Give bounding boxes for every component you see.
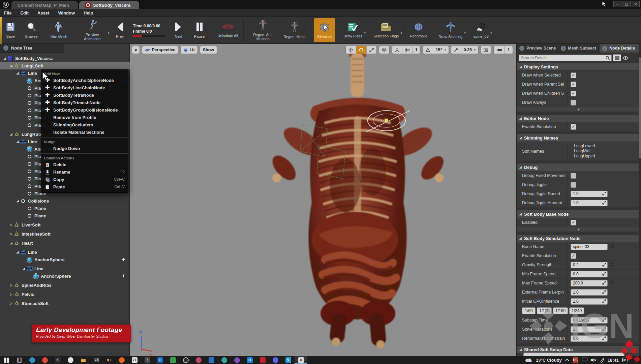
taskbar-app-chrome[interactable] — [38, 356, 51, 364]
spin-box[interactable]: 200.0 — [571, 280, 608, 286]
context-menu-item-delete[interactable]: Delete — [41, 161, 128, 168]
menu-edit[interactable]: Edit — [20, 10, 29, 16]
drag-handle-icon[interactable] — [602, 263, 606, 267]
expand-arrow-icon[interactable]: ◢ — [16, 71, 20, 75]
taskbar-app-task-view[interactable] — [13, 356, 26, 364]
checkbox[interactable]: ✓ — [571, 253, 576, 259]
section-header[interactable]: ◢Editor Node — [517, 114, 641, 122]
prev-button[interactable]: Prev — [110, 17, 130, 43]
tree-item-liversoft[interactable]: ▷LiverSoft — [0, 221, 130, 229]
volume-muted-icon[interactable] — [591, 358, 597, 362]
section-collapse-icon[interactable]: ◢ — [519, 237, 522, 240]
selection-flags-button[interactable]: Selection Flags▾ — [370, 17, 402, 43]
context-menu-item-isolate-material-sections[interactable]: Isolate Material Sections — [41, 128, 128, 136]
context-menu-item-copy[interactable]: CopyCtrl+C — [41, 176, 128, 183]
rotation-snap-button[interactable] — [423, 46, 433, 54]
drag-handle-icon[interactable] — [602, 201, 606, 205]
unisolate-all-button[interactable]: Unisolate All — [214, 17, 242, 43]
spin-box[interactable]: 0.0 — [571, 335, 608, 342]
expand-arrow-icon[interactable]: ◢ — [3, 57, 7, 60]
tree-item-stomachsoft[interactable]: ▷StomachSoft — [0, 300, 130, 307]
taskbar-app-blue-o[interactable]: O — [243, 356, 256, 364]
checkbox[interactable] — [571, 182, 576, 188]
details-tab-mesh-subsect[interactable]: iMesh Subsect — [558, 44, 600, 53]
minimize-button[interactable]: ─ — [613, 1, 621, 7]
spin-box[interactable]: 1.0 — [571, 191, 608, 197]
surface-snap-button[interactable] — [392, 46, 402, 54]
expand-arrow-icon[interactable]: ▷ — [9, 223, 13, 226]
translate-tool-button[interactable] — [346, 46, 356, 54]
section-collapse-icon[interactable]: ◢ — [519, 65, 522, 68]
maximize-button[interactable]: ▢ — [622, 1, 631, 7]
tree-item-anchorsphere[interactable]: AnchorSphere+ — [0, 272, 130, 280]
spin-box[interactable]: 1.0 — [571, 200, 608, 206]
clock-label[interactable]: 18:41 — [608, 358, 619, 363]
checkbox[interactable] — [571, 100, 576, 105]
details-tab-preview-scene[interactable]: iPreview Scene — [517, 44, 558, 53]
save-button[interactable]: Save — [0, 17, 21, 43]
context-menu-item-rename[interactable]: RenameF2 — [41, 168, 128, 176]
viewport-3d[interactable]: ▾ Perspective Lit Show 1 — [130, 44, 516, 356]
expand-arrow-icon[interactable]: ◢ — [22, 267, 26, 270]
taskbar-app-orb-pink[interactable] — [192, 356, 205, 364]
preview-animation-button[interactable]: Preview Animation▾ — [75, 17, 110, 43]
display-tray-icon[interactable] — [582, 358, 587, 362]
lit-mode-button[interactable]: Lit — [180, 46, 197, 54]
draw-flags-button[interactable]: Draw Flags▾ — [340, 17, 366, 43]
tray-expand-chevron-icon[interactable] — [565, 359, 569, 361]
checkbox[interactable]: ✓ — [571, 91, 576, 96]
spin-box[interactable]: 1 — [571, 326, 608, 333]
tree-item-line[interactable]: ◢LINECHAINLine — [0, 265, 130, 272]
section-header[interactable]: ◢Soft Body Simulation Node — [517, 234, 641, 242]
drag-handle-icon[interactable] — [602, 290, 606, 295]
details-scrollbar[interactable] — [639, 44, 641, 356]
taskbar-app-gauge[interactable] — [64, 356, 77, 364]
show-menu-button[interactable]: Show — [200, 46, 217, 54]
dropdown-caret-icon[interactable]: ▾ — [364, 31, 366, 35]
checkbox[interactable]: ✓ — [571, 220, 576, 225]
tree-item-line[interactable]: ◢LINECHAINLine — [0, 248, 130, 256]
section-expander[interactable]: ▼ — [517, 227, 641, 232]
context-menu-item-softbodygroupcollisionsnode[interactable]: ✚SoftBodyGroupCollisionsNode — [41, 106, 128, 114]
tree-item-softbody-viscera[interactable]: ◢SoftBody_Viscera — [0, 55, 130, 62]
taskbar-app-firefox[interactable] — [115, 356, 128, 364]
scale-tool-button[interactable] — [366, 46, 376, 54]
spin-box[interactable]: 0.2 — [571, 262, 608, 268]
context-menu-item-softbodytetranode[interactable]: ✚SoftBodyTetraNode — [41, 91, 128, 99]
add-node-button[interactable]: + — [122, 256, 125, 263]
preset-button[interactable]: 1/240 — [569, 307, 584, 314]
playstation-tray-icon[interactable]: PS — [573, 357, 578, 363]
taskbar-app-hex-green[interactable] — [166, 356, 179, 364]
preset-button[interactable]: 1/60 — [522, 307, 536, 314]
context-menu-item-remove-from-profile[interactable]: Remove from Profile — [41, 114, 128, 121]
taskbar-app-unreal-editor[interactable]: U — [295, 356, 307, 364]
context-menu-item-softbodyanchorspherenode[interactable]: ✚SoftBodyAnchorSphereNode — [41, 77, 128, 84]
dropdown-caret-icon[interactable]: ▾ — [464, 31, 466, 35]
context-menu-item-softbodylinechainnode[interactable]: ✚SoftBodyLineChainNode — [41, 84, 128, 91]
editor-tab[interactable]: CombatTestMap_P_Main — [11, 1, 78, 9]
tree-item-plane[interactable]: Plane — [0, 212, 130, 219]
section-collapse-icon[interactable]: ◢ — [519, 165, 522, 169]
spin-box[interactable]: 1.0 — [571, 289, 608, 296]
rotation-snap-value[interactable]: 15°▾ — [433, 46, 449, 54]
context-menu-item-nudge-down[interactable]: Nudge Down — [41, 145, 128, 152]
taskbar-app-obs[interactable] — [179, 356, 192, 364]
details-view-options-button[interactable] — [613, 54, 621, 61]
tree-item-collisions[interactable]: ◢Collisions — [0, 197, 130, 205]
drag-handle-icon[interactable] — [602, 281, 606, 285]
preset-button[interactable]: 1/120 — [537, 307, 552, 314]
expand-arrow-icon[interactable]: ◢ — [9, 132, 13, 136]
grid-snap-value-button[interactable]: 1 — [412, 46, 420, 54]
tree-item-heart[interactable]: ◢Heart — [0, 239, 130, 247]
section-collapse-icon[interactable]: ◢ — [519, 348, 522, 351]
tree-item-plane[interactable]: Plane — [0, 205, 130, 212]
menu-file[interactable]: File — [4, 10, 11, 16]
reset-to-default-icon[interactable] — [610, 280, 614, 286]
expand-arrow-icon[interactable]: ◢ — [9, 64, 13, 67]
viscera-model[interactable]: Z x — [130, 44, 516, 356]
browse-button[interactable]: Browse — [21, 17, 42, 43]
taskbar-app-k-app[interactable]: K — [51, 356, 64, 364]
scale-snap-button[interactable] — [451, 46, 461, 54]
add-node-button[interactable]: + — [122, 273, 125, 279]
drag-handle-icon[interactable] — [602, 318, 606, 323]
